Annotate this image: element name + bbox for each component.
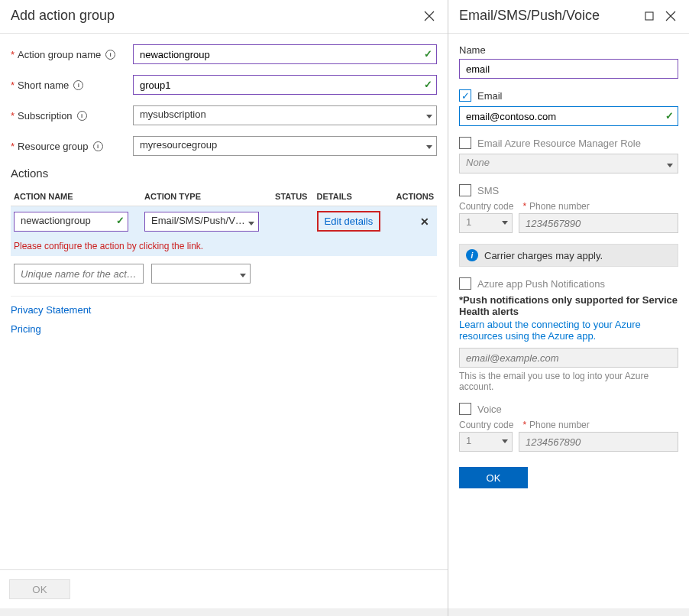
chevron-down-icon (502, 436, 508, 445)
arm-role-select[interactable]: None (459, 154, 678, 173)
push-learn-link[interactable]: Learn about the connecting to your Azure… (459, 319, 678, 342)
push-checkbox-label: Azure app Push Notifications (477, 278, 605, 290)
svg-rect-0 (645, 12, 653, 20)
email-checkbox[interactable]: ✓ (459, 89, 471, 102)
col-details: DETAILS (314, 187, 390, 206)
actions-heading: Actions (11, 167, 437, 180)
privacy-statement-link[interactable]: Privacy Statement (11, 304, 437, 316)
close-icon[interactable] (663, 8, 678, 24)
chevron-down-icon (502, 218, 508, 226)
chevron-down-icon (240, 268, 246, 280)
short-name-label: *Short name i (11, 79, 133, 91)
right-body: Name ✓ Email ✓ Email Azure Resource Mana… (448, 34, 689, 608)
info-icon: i (466, 249, 478, 261)
action-group-name-label: *Action group name i (11, 49, 133, 60)
add-action-group-panel: Add action group *Action group name i ✓ … (0, 0, 448, 616)
phone-number-label: *Phone number (522, 201, 589, 212)
push-checkbox[interactable] (459, 277, 471, 290)
voice-checkbox-label: Voice (477, 404, 502, 415)
remove-action-icon[interactable]: ✕ (420, 216, 434, 228)
left-title: Add action group (11, 8, 416, 24)
subscription-select[interactable]: mysubscription (133, 105, 437, 125)
maximize-icon[interactable] (642, 8, 657, 24)
push-help-text: This is the email you use to log into yo… (459, 371, 678, 392)
info-icon[interactable]: i (73, 80, 83, 90)
voice-checkbox[interactable] (459, 403, 471, 415)
col-action-name: ACTION NAME (11, 187, 141, 206)
resource-group-select[interactable]: myresourcegroup (133, 136, 437, 156)
arm-role-checkbox-label: Email Azure Resource Manager Role (477, 138, 641, 149)
chevron-down-icon (248, 216, 254, 228)
left-body: *Action group name i ✓ *Short name i ✓ *… (0, 34, 448, 569)
right-header: Email/SMS/Push/Voice (448, 0, 689, 34)
voice-phone-input[interactable] (519, 432, 678, 452)
resource-group-label: *Resource group i (11, 141, 133, 152)
email-checkbox-label: Email (477, 90, 503, 102)
action-row-error: Please configure the action by clicking … (11, 236, 437, 256)
arm-role-checkbox[interactable] (459, 137, 471, 149)
action-row: newactiongroup ✓ Email/SMS/Push/V… Edit … (11, 206, 437, 237)
sms-checkbox-label: SMS (477, 185, 499, 196)
push-email-input[interactable] (459, 348, 678, 368)
checkmark-icon: ✓ (665, 110, 674, 122)
action-group-name-input[interactable] (133, 44, 437, 64)
action-row-empty (11, 256, 437, 288)
sms-country-code-select[interactable]: 1 (459, 213, 513, 233)
left-scrollbar[interactable] (0, 608, 448, 616)
col-actions: ACTIONS (390, 187, 437, 206)
col-status: STATUS (272, 187, 314, 206)
email-sms-push-voice-panel: Email/SMS/Push/Voice Name ✓ Email ✓ Emai… (448, 0, 689, 616)
close-icon[interactable] (422, 8, 437, 24)
name-label: Name (459, 44, 678, 56)
country-code-label: Country code (459, 201, 513, 212)
action-name-empty-input[interactable] (14, 264, 144, 284)
pricing-link[interactable]: Pricing (11, 323, 437, 335)
chevron-down-icon (667, 158, 673, 170)
ok-button[interactable]: OK (9, 579, 70, 599)
action-type-select[interactable]: Email/SMS/Push/V… (144, 212, 259, 232)
carrier-info-text: Carrier charges may apply. (484, 250, 603, 261)
carrier-info-bar: i Carrier charges may apply. (459, 244, 678, 267)
sms-checkbox[interactable] (459, 184, 471, 196)
edit-details-link[interactable]: Edit details (317, 211, 381, 232)
email-input[interactable] (459, 106, 678, 126)
voice-country-code-select[interactable]: 1 (459, 432, 513, 452)
sms-phone-input[interactable] (519, 213, 678, 233)
info-icon[interactable]: i (105, 50, 115, 60)
checkmark-icon: ✓ (116, 215, 125, 226)
actions-table: ACTION NAME ACTION TYPE STATUS DETAILS A… (11, 187, 437, 297)
checkmark-icon: ✓ (424, 48, 432, 60)
action-type-empty-select[interactable] (151, 264, 251, 284)
left-footer: OK (0, 569, 448, 608)
short-name-input[interactable] (133, 75, 437, 95)
country-code-label: Country code (459, 420, 513, 430)
subscription-label: *Subscription i (11, 110, 133, 122)
left-header: Add action group (0, 0, 448, 34)
ok-button[interactable]: OK (459, 467, 528, 488)
right-scrollbar[interactable] (448, 608, 689, 616)
info-icon[interactable]: i (77, 111, 87, 121)
name-input[interactable] (459, 59, 678, 79)
phone-number-label: *Phone number (522, 420, 589, 430)
push-note: *Push notifications only supported for S… (459, 294, 678, 317)
checkmark-icon: ✓ (424, 79, 432, 90)
action-name-input[interactable]: newactiongroup (14, 212, 128, 232)
right-title: Email/SMS/Push/Voice (459, 8, 636, 24)
info-icon[interactable]: i (93, 141, 103, 151)
col-action-type: ACTION TYPE (141, 187, 272, 206)
